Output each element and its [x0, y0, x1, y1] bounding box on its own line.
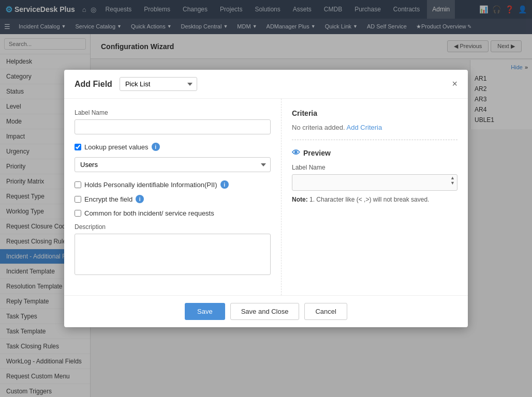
field-type-select[interactable]: Pick List Text Number Date Date/Time Che…	[120, 77, 197, 91]
description-textarea[interactable]	[75, 234, 271, 275]
arrow-down-icon: ▼	[450, 181, 455, 186]
modal-footer: Save Save and Close Cancel	[64, 295, 468, 327]
save-and-close-button[interactable]: Save and Close	[230, 303, 300, 320]
modal-title: Add Field	[75, 80, 112, 89]
criteria-section: Criteria No criteria added. Add Criteria	[292, 109, 457, 131]
preview-label: Label Name	[292, 164, 457, 171]
lookup-preset-info-icon[interactable]: i	[152, 143, 160, 151]
encrypt-field-row: Encrypt the field i	[75, 195, 271, 203]
preview-input-field: ▲ ▼	[292, 174, 457, 191]
lookup-preset-label[interactable]: Lookup preset values	[84, 143, 149, 151]
preview-section: 👁 Preview Label Name ▲ ▼ Note: 1. Charac…	[292, 148, 457, 203]
modal-body: Label Name Lookup preset values i Users …	[64, 99, 468, 295]
holds-pii-checkbox[interactable]	[75, 181, 81, 188]
section-divider	[292, 140, 457, 140]
common-both-row: Common for both incident/ service reques…	[75, 209, 271, 217]
note-title: Note:	[292, 196, 308, 203]
eye-icon: 👁	[292, 148, 300, 158]
common-both-checkbox[interactable]	[75, 210, 81, 217]
common-both-label[interactable]: Common for both incident/ service reques…	[84, 209, 214, 217]
modal-left-section: Label Name Lookup preset values i Users …	[64, 99, 282, 295]
modal-header: Add Field Pick List Text Number Date Dat…	[64, 70, 468, 99]
holds-pii-info-icon[interactable]: i	[220, 180, 229, 189]
holds-pii-row: Holds Personally identifiable Informatio…	[75, 180, 271, 189]
description-group: Description	[75, 223, 271, 277]
cancel-button[interactable]: Cancel	[304, 303, 347, 320]
label-name-label: Label Name	[75, 109, 271, 116]
label-name-group: Label Name	[75, 109, 271, 134]
note-text: Note: 1. Character like (< ,>) will not …	[292, 196, 457, 203]
lookup-preset-checkbox[interactable]	[75, 144, 81, 150]
encrypt-field-label[interactable]: Encrypt the field	[84, 195, 132, 203]
preview-title: Preview	[303, 149, 331, 157]
note-content: 1. Character like (< ,>) will not break …	[309, 196, 429, 203]
modal-right-section: Criteria No criteria added. Add Criteria…	[282, 99, 468, 295]
holds-pii-label[interactable]: Holds Personally identifiable Informatio…	[84, 181, 217, 189]
no-criteria-text: No criteria added.	[292, 124, 345, 131]
preview-header: 👁 Preview	[292, 148, 457, 158]
label-name-input[interactable]	[75, 119, 271, 134]
stepper-arrows: ▲ ▼	[450, 176, 455, 186]
add-field-modal: Add Field Pick List Text Number Date Dat…	[64, 70, 468, 327]
modal-close-button[interactable]: ×	[452, 79, 457, 89]
encrypt-field-checkbox[interactable]	[75, 196, 81, 203]
users-select-wrapper: Users Groups Departments Sites	[75, 157, 271, 172]
users-select[interactable]: Users Groups Departments Sites	[75, 157, 271, 172]
description-label: Description	[75, 223, 271, 231]
encrypt-field-info-icon[interactable]: i	[136, 195, 144, 203]
modal-overlay: Add Field Pick List Text Number Date Dat…	[0, 0, 532, 397]
save-button[interactable]: Save	[185, 303, 225, 320]
add-criteria-link[interactable]: Add Criteria	[347, 124, 382, 131]
lookup-preset-row: Lookup preset values i	[75, 143, 271, 151]
criteria-title: Criteria	[292, 109, 457, 117]
